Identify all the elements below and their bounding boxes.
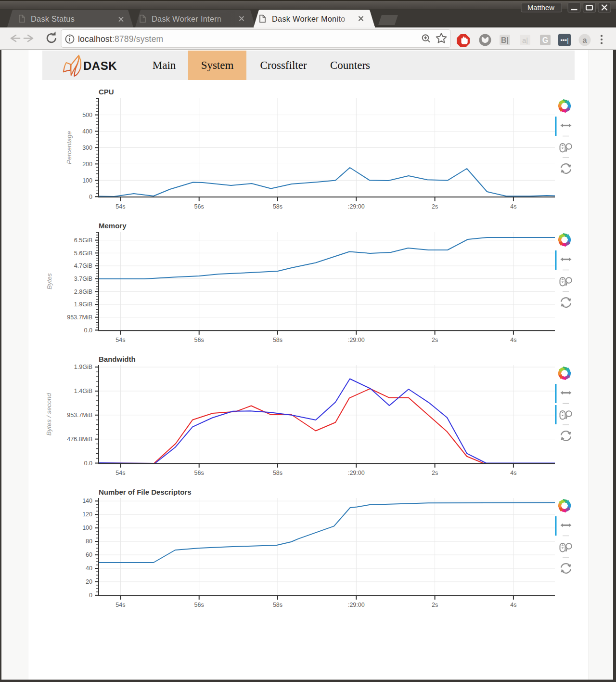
svg-text:100: 100 [82, 525, 92, 531]
svg-text:2s: 2s [432, 337, 438, 343]
svg-text:58s: 58s [273, 602, 282, 608]
svg-text:56s: 56s [194, 470, 204, 476]
svg-text:Percentage: Percentage [65, 131, 73, 164]
svg-text:Number of File Descriptors: Number of File Descriptors [99, 488, 192, 496]
svg-text:Dask Status: Dask Status [31, 14, 75, 23]
svg-text:100: 100 [82, 177, 92, 184]
svg-text:Matthew: Matthew [527, 4, 554, 12]
svg-text:0.0: 0.0 [84, 460, 92, 467]
svg-text:953.7MiB: 953.7MiB [67, 412, 92, 419]
svg-text:54s: 54s [116, 470, 125, 476]
svg-text:58s: 58s [273, 470, 282, 476]
svg-text:Bandwidth: Bandwidth [99, 355, 136, 363]
svg-text:56s: 56s [194, 203, 204, 210]
svg-text:40: 40 [86, 565, 92, 572]
svg-text:a|: a| [522, 36, 528, 44]
svg-text:4s: 4s [510, 203, 516, 210]
svg-text:Dask Worker Intern: Dask Worker Intern [152, 14, 221, 23]
svg-text:a: a [583, 36, 587, 44]
svg-text:Memory: Memory [99, 222, 127, 230]
svg-text:58s: 58s [273, 203, 282, 210]
svg-text:5.6GiB: 5.6GiB [74, 250, 92, 257]
svg-text:4.7GiB: 4.7GiB [74, 262, 92, 269]
svg-text:200: 200 [82, 161, 92, 168]
svg-text:1.9GiB: 1.9GiB [74, 301, 92, 308]
svg-text:140: 140 [82, 498, 92, 504]
svg-text:B|: B| [501, 36, 509, 44]
svg-text:1.4GiB: 1.4GiB [74, 388, 92, 394]
svg-text:0.0: 0.0 [84, 327, 92, 334]
svg-text::29:00: :29:00 [348, 337, 365, 343]
svg-text:Bytes: Bytes [46, 273, 53, 289]
svg-text:953.7MiB: 953.7MiB [67, 314, 92, 321]
svg-text:476.8MiB: 476.8MiB [67, 436, 92, 443]
svg-text:300: 300 [82, 144, 92, 151]
svg-text:0: 0 [89, 194, 92, 200]
svg-text:56s: 56s [194, 337, 204, 343]
svg-text:20: 20 [86, 578, 92, 585]
svg-text:4s: 4s [510, 602, 516, 608]
svg-text:120: 120 [82, 511, 92, 518]
svg-text:0: 0 [89, 592, 92, 599]
svg-text:2s: 2s [432, 470, 438, 476]
svg-text:3.7GiB: 3.7GiB [74, 275, 92, 282]
svg-text:400: 400 [82, 128, 92, 135]
svg-text::29:00: :29:00 [348, 203, 365, 210]
svg-text:CPU: CPU [99, 88, 114, 96]
svg-text:54s: 54s [116, 602, 125, 608]
svg-text:54s: 54s [116, 337, 125, 343]
svg-text:4s: 4s [510, 337, 516, 343]
svg-text::29:00: :29:00 [348, 602, 365, 608]
svg-text:58s: 58s [273, 337, 282, 343]
svg-text::29:00: :29:00 [348, 470, 365, 476]
svg-text:2.8GiB: 2.8GiB [74, 289, 92, 295]
svg-text:2s: 2s [432, 602, 438, 608]
svg-text:Bytes / second: Bytes / second [45, 393, 52, 435]
svg-text:54s: 54s [116, 203, 125, 210]
svg-text:•••|: •••| [560, 37, 568, 44]
svg-text:4s: 4s [510, 470, 516, 476]
svg-text:1.9GiB: 1.9GiB [74, 364, 92, 370]
svg-text:localhost:8789/system: localhost:8789/system [78, 34, 163, 44]
svg-text:6.5GiB: 6.5GiB [74, 237, 92, 244]
svg-text:2s: 2s [432, 203, 438, 210]
svg-text:56s: 56s [194, 602, 204, 608]
svg-text:Dask Worker Monito: Dask Worker Monito [272, 14, 346, 23]
svg-text:80: 80 [86, 538, 92, 545]
svg-text:60: 60 [86, 551, 92, 558]
svg-text:G: G [542, 36, 548, 44]
svg-text:500: 500 [82, 112, 92, 118]
